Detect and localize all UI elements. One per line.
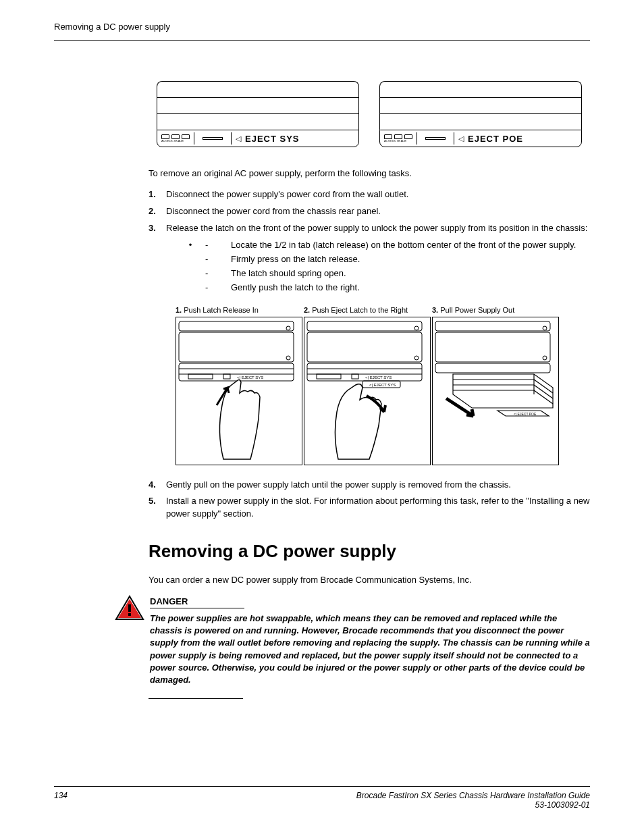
svg-rect-10: [307, 321, 422, 331]
step-text: Release the latch on the front of the po…: [166, 222, 590, 235]
sub-step-text: The latch should spring open.: [231, 267, 590, 281]
bullet-icon: •: [182, 238, 198, 253]
svg-rect-22: [435, 321, 550, 331]
eject-arrow-icon: ◁: [236, 134, 241, 143]
dash-icon: -: [198, 253, 231, 267]
svg-rect-36: [128, 613, 131, 616]
doc-number: 53-1003092-01: [356, 800, 590, 810]
step-text: Gently pull on the power supply latch un…: [166, 479, 590, 492]
dash-icon: -: [198, 267, 231, 281]
svg-text:<| EJECT SYS: <| EJECT SYS: [237, 375, 263, 380]
dc-intro-text: You can order a new DC power supply from…: [149, 574, 590, 587]
eject-sys-label: EJECT SYS: [245, 134, 300, 144]
caption-num: 3.: [432, 306, 438, 314]
page-number: 134: [54, 791, 68, 810]
svg-rect-24: [435, 363, 550, 373]
svg-rect-17: [317, 374, 341, 379]
step-number: 2.: [149, 205, 166, 218]
step-number: 3.: [149, 222, 166, 235]
panel-pull-out: <| EJECT POE: [432, 317, 559, 465]
eject-arrow-icon: ◁: [458, 134, 464, 143]
caption-text: Push Eject Latch to the Right: [310, 306, 408, 314]
step-number: 1.: [149, 188, 166, 201]
danger-text: The power supplies are hot swappable, wh…: [150, 613, 590, 686]
step-number: 4.: [149, 479, 166, 492]
svg-point-6: [286, 356, 290, 360]
danger-label: DANGER: [150, 596, 244, 608]
footer-rule: [54, 786, 590, 787]
sub-step-text: Firmly press on the latch release.: [231, 253, 590, 267]
svg-rect-35: [128, 604, 131, 612]
svg-rect-1: [179, 332, 294, 362]
svg-point-25: [543, 326, 547, 330]
header-rule: [54, 40, 590, 41]
psu-poe: AC OK DC OK ALM ◁ EJECT POE: [379, 81, 582, 147]
running-header: Removing a DC power supply: [54, 22, 590, 32]
doc-title: Brocade FastIron SX Series Chassis Hardw…: [356, 791, 590, 800]
caption-text: Push Latch Release In: [182, 306, 259, 314]
svg-text:<| EJECT POE: <| EJECT POE: [514, 412, 537, 416]
svg-rect-2: [179, 363, 294, 381]
svg-point-15: [414, 326, 419, 330]
svg-point-5: [286, 326, 290, 330]
step-text: Disconnect the power cord from the chass…: [166, 205, 590, 218]
svg-rect-8: [223, 374, 230, 379]
panel-push-right: <| EJECT SYS <| EJECT SYS: [304, 317, 431, 465]
svg-rect-23: [435, 332, 550, 362]
figure-steps: 1. Push Latch Release In 2. Push Eject L…: [176, 306, 590, 465]
led-labels: AC OK DC OK ALM: [161, 139, 190, 142]
sub-step-text: Gently push the latch to the right.: [231, 281, 590, 295]
led-labels: AC OK DC OK ALM: [384, 139, 412, 142]
svg-text:<| EJECT SYS: <| EJECT SYS: [369, 383, 396, 387]
dash-icon: -: [198, 238, 231, 253]
caption-text: Pull Power Supply Out: [438, 306, 514, 314]
panel-push-latch: <| EJECT SYS: [176, 317, 302, 465]
danger-end-rule: [149, 698, 243, 699]
svg-rect-18: [352, 374, 358, 379]
intro-text: To remove an original AC power supply, p…: [149, 167, 590, 180]
step-text: Install a new power supply in the slot. …: [166, 495, 590, 521]
danger-icon: [115, 595, 144, 621]
dash-icon: -: [198, 281, 231, 295]
step-list: 1.Disconnect the power supply's power co…: [149, 188, 590, 235]
caption-num: 2.: [304, 306, 310, 314]
sub-step-list: •-Locate the 1/2 in tab (latch release) …: [182, 238, 590, 294]
psu-sys: AC OK DC OK ALM ◁ EJECT SYS: [157, 81, 359, 147]
svg-point-26: [543, 356, 547, 360]
step-number: 5.: [149, 495, 166, 521]
svg-rect-7: [188, 374, 213, 379]
section-heading: Removing a DC power supply: [149, 541, 590, 562]
step-list-cont: 4.Gently pull on the power supply latch …: [149, 479, 590, 521]
svg-rect-11: [307, 332, 422, 362]
svg-point-16: [414, 356, 419, 360]
sub-step-text: Locate the 1/2 in tab (latch release) on…: [231, 238, 590, 253]
eject-poe-label: EJECT POE: [468, 134, 523, 144]
caption-num: 1.: [176, 306, 182, 314]
svg-rect-12: [307, 363, 422, 381]
danger-callout: DANGER The power supplies are hot swappa…: [54, 595, 590, 686]
figure-psu-fronts: AC OK DC OK ALM ◁ EJECT SYS AC OK DC OK …: [149, 81, 590, 147]
svg-text:<| EJECT SYS: <| EJECT SYS: [365, 375, 392, 380]
step-text: Disconnect the power supply's power cord…: [166, 188, 590, 201]
page-footer: 134 Brocade FastIron SX Series Chassis H…: [54, 786, 590, 810]
svg-rect-0: [179, 321, 294, 331]
